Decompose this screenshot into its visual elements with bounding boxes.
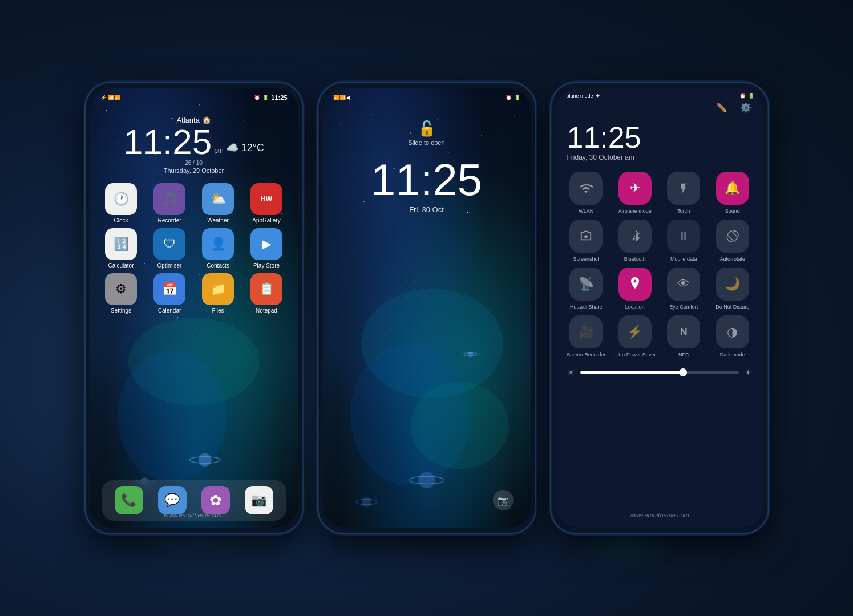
ctrl-darkmode[interactable]: ◑ Dark mode [711,315,754,358]
location-button[interactable] [618,268,652,301]
watermark-3: www.emuitheme.com [556,512,763,518]
mobiledata-label: Mobile data [670,256,697,262]
lock-time: 11:25 [371,157,482,202]
lock-camera-button[interactable]: 📷 [493,490,514,510]
location-label: Location [625,304,645,310]
appgallery-label: AppGallery [252,217,280,224]
ctrl-torch[interactable]: Torch [662,172,706,214]
ctrl-edit-button[interactable]: ✏️ [713,99,730,116]
airplane-label: Airplane mode [618,208,652,214]
phone-app-icon: 📞 [115,486,143,514]
ctrl-date: Friday, 30 October am [567,153,752,161]
contacts-icon: 👤 [202,228,234,260]
huaweishare-label: Huawei Share [570,304,603,310]
brightness-control[interactable]: ☀ ☀ [556,363,763,382]
brightness-fill [580,371,684,374]
ctrl-time-section: 11:25 Friday, 30 October am [556,116,763,166]
clock-icon: 🕐 [105,183,137,215]
mobiledata-button[interactable]: ⏸ [667,220,700,253]
app-recorder[interactable]: 🎵 Recorder [148,183,192,224]
lock-icon: 🔓 [418,120,436,137]
app-calculator[interactable]: 🔢 Calculator [99,228,143,269]
appgallery-icon: HW [250,183,282,215]
donotdisturb-label: Do Not Disturb [715,304,749,310]
donotdisturb-button[interactable]: 🌙 [716,268,749,301]
screenshot-button[interactable] [569,220,603,253]
files-label: Files [212,307,224,314]
app-playstore[interactable]: ▶ Play Store [245,228,289,269]
gallery-icon: ✿ [201,486,230,514]
ctrl-ultrapowersaver[interactable]: ⚡ Ultra Power Saver [613,315,657,358]
dock-messages[interactable]: 💬 [158,486,187,514]
homescreen-display: ⚡ 📶📶 ⏰ 🔋 11:25 Atlanta 🏠 11:25 pm ☁️ 12°… [90,88,298,528]
ctrl-eyecomfort[interactable]: 👁 Eye Comfort [662,268,706,310]
wlan-label: WLAN [579,208,593,214]
nfc-button[interactable]: N [667,315,700,348]
dock-phone[interactable]: 📞 [115,486,143,514]
sound-label: Sound [725,208,740,214]
ctrl-nfc[interactable]: N NFC [662,315,706,358]
ctrl-sound[interactable]: 🔔 Sound [711,172,754,214]
brightness-thumb[interactable] [679,368,687,376]
ctrl-alarm-icon: ⏰ [739,93,746,99]
airplane-button[interactable]: ✈ [618,172,652,205]
notepad-icon: 📋 [250,273,282,305]
app-grid: 🕐 Clock 🎵 Recorder ⛅ Weather HW AppGalle… [99,183,289,314]
home-time: 11:25 pm ☁️ 12°C [123,124,264,160]
app-clock[interactable]: 🕐 Clock [99,183,143,224]
lock-content: 🔓 Slide to open 11:25 Fri, 30 Oct [323,88,531,528]
ctrl-screenrecorder[interactable]: 🎥 Screen Recorder [565,315,608,358]
app-contacts[interactable]: 👤 Contacts [196,228,240,269]
status-time: 11:25 [271,94,287,101]
screenshot-label: Screenshot [573,256,599,262]
ctrl-bluetooth[interactable]: Bluetooth [613,220,657,262]
ctrl-airplane[interactable]: ✈ Airplane mode [613,172,657,214]
lock-alarm: ⏰ [506,95,512,100]
ctrl-settings-button[interactable]: ⚙️ [737,99,754,116]
ctrl-screenshot[interactable]: Screenshot [565,220,608,262]
bluetooth-button[interactable] [618,220,652,253]
lock-statusbar: 📶📶◀ ⏰ 🔋 [323,88,531,107]
lock-status-right: ⏰ 🔋 [506,95,520,100]
eyecomfort-button[interactable]: 👁 [667,268,700,301]
sound-button[interactable]: 🔔 [716,172,749,205]
app-settings[interactable]: ⚙ Settings [99,273,143,314]
app-calendar[interactable]: 📅 Calendar [148,273,192,314]
ctrl-autorotate[interactable]: Auto-rotate [711,220,754,262]
brightness-track[interactable] [580,371,739,374]
app-notepad[interactable]: 📋 Notepad [245,273,289,314]
settings-icon: ⚙ [105,273,137,305]
ctrl-mobiledata[interactable]: ⏸ Mobile data [662,220,706,262]
ctrl-wlan[interactable]: WLAN [565,172,608,214]
nfc-text: N [680,326,688,338]
watermark-1: www.emuitheme.com [90,512,298,518]
notepad-label: Notepad [256,307,277,314]
brightness-low-icon: ☀ [567,368,575,377]
ctrl-huaweishare[interactable]: 📡 Huawei Share [565,268,608,310]
ctrl-airplane-icon: ✈ [596,93,600,99]
torch-label: Torch [677,208,690,214]
torch-button[interactable] [667,172,700,205]
ultrapowersaver-button[interactable]: ⚡ [618,315,652,348]
ultrapowersaver-label: Ultra Power Saver [614,352,656,358]
app-files[interactable]: 📁 Files [196,273,240,314]
lock-status-left: 📶📶◀ [333,95,350,100]
huaweishare-button[interactable]: 📡 [569,268,603,301]
recorder-label: Recorder [157,217,181,224]
darkmode-button[interactable]: ◑ [716,315,749,348]
control-overlay: rplane mode ✈ ⏰ 🔋 ✏️ ⚙️ 11:25 Friday [556,88,763,528]
app-optimiser[interactable]: 🛡 Optimiser [148,228,192,269]
screenrecorder-button[interactable]: 🎥 [569,315,603,348]
phones-container: ⚡ 📶📶 ⏰ 🔋 11:25 Atlanta 🏠 11:25 pm ☁️ 12°… [86,83,768,533]
dock-gallery[interactable]: ✿ [201,486,230,514]
wlan-button[interactable] [569,172,603,205]
battery-icon: 🔋 [262,95,269,100]
app-weather[interactable]: ⛅ Weather [196,183,240,224]
settings-label: Settings [111,307,131,314]
ctrl-donotdisturb[interactable]: 🌙 Do Not Disturb [711,268,754,310]
ctrl-location[interactable]: Location [613,268,657,310]
app-appgallery[interactable]: HW AppGallery [245,183,289,224]
dock-camera[interactable]: 📷 [245,486,273,514]
autorotate-button[interactable] [716,220,749,253]
lock-unlock-area[interactable]: 🔓 Slide to open [408,120,444,146]
